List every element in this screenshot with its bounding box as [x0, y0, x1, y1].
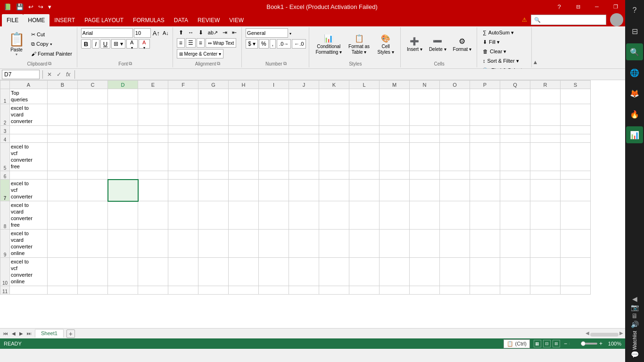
col-header-k[interactable]: K	[319, 81, 349, 89]
cell-A6[interactable]	[10, 171, 48, 180]
zoom-level[interactable]: 100%	[604, 341, 621, 346]
cell-Q9[interactable]	[500, 230, 530, 258]
help-icon[interactable]: ?	[550, 0, 569, 13]
cell-G11[interactable]	[198, 286, 229, 295]
align-right-button[interactable]: ≡	[197, 38, 205, 48]
cell-S6[interactable]	[561, 171, 591, 180]
cell-M7[interactable]	[380, 180, 410, 201]
fill-color-button[interactable]: A ▾	[126, 39, 138, 49]
font-size-input[interactable]	[134, 28, 151, 38]
cell-P9[interactable]	[470, 230, 500, 258]
row-header-4[interactable]: 4	[0, 134, 10, 143]
cell-I4[interactable]	[259, 134, 289, 143]
cell-Q7[interactable]	[500, 180, 530, 201]
horizontal-scrollbar[interactable]: ◀ ▶	[586, 330, 623, 337]
increase-indent-button[interactable]: ⇥	[221, 28, 229, 37]
cell-P4[interactable]	[470, 134, 500, 143]
cell-E4[interactable]	[138, 134, 168, 143]
cell-N11[interactable]	[410, 286, 440, 295]
col-header-q[interactable]: Q	[500, 81, 530, 89]
row-header-6[interactable]: 6	[0, 171, 10, 180]
cell-E8[interactable]	[138, 201, 168, 230]
cell-E10[interactable]	[138, 258, 168, 286]
cell-N4[interactable]	[410, 134, 440, 143]
cell-R5[interactable]	[530, 143, 561, 171]
col-header-g[interactable]: G	[198, 81, 229, 89]
cell-N6[interactable]	[410, 171, 440, 180]
font-expand-icon[interactable]: ⧉	[129, 61, 132, 66]
cell-F2[interactable]	[168, 104, 198, 126]
tab-file[interactable]: FILE	[2, 14, 23, 26]
cell-E7[interactable]	[138, 180, 168, 201]
cell-J10[interactable]	[289, 258, 319, 286]
cell-P11[interactable]	[470, 286, 500, 295]
cell-L4[interactable]	[349, 134, 380, 143]
border-button[interactable]: ⊞ ▾	[111, 39, 125, 49]
quick-access-toolbar[interactable]: 📗 💾 ↩ ↪ ▾	[0, 0, 53, 13]
cell-C7[interactable]	[78, 180, 108, 201]
cell-O7[interactable]	[440, 180, 470, 201]
cell-M8[interactable]	[380, 201, 410, 230]
cell-P2[interactable]	[470, 104, 500, 126]
clear-button[interactable]: 🗑 Clear ▾	[481, 47, 528, 56]
cell-H3[interactable]	[229, 126, 259, 134]
decrease-font-button[interactable]: A↓	[162, 30, 170, 36]
cell-H10[interactable]	[229, 258, 259, 286]
col-header-o[interactable]: O	[440, 81, 470, 89]
cell-B7[interactable]	[48, 180, 78, 201]
cell-S9[interactable]	[561, 230, 591, 258]
cell-Q8[interactable]	[500, 201, 530, 230]
sheet-nav-last[interactable]: ⏭	[25, 330, 33, 337]
cell-F1[interactable]	[168, 89, 198, 104]
cell-B6[interactable]	[48, 171, 78, 180]
cell-O1[interactable]	[440, 89, 470, 104]
align-bottom-button[interactable]: ⬇	[197, 28, 205, 37]
cell-I1[interactable]	[259, 89, 289, 104]
cell-M10[interactable]	[380, 258, 410, 286]
cell-D10[interactable]	[108, 258, 138, 286]
row-header-10[interactable]: 10	[0, 258, 10, 286]
cell-F4[interactable]	[168, 134, 198, 143]
sidebar-restore-icon[interactable]: ⊟	[626, 23, 643, 40]
zoom-slider[interactable]	[569, 343, 597, 345]
cell-M3[interactable]	[380, 126, 410, 134]
cell-J2[interactable]	[289, 104, 319, 126]
cell-Q1[interactable]	[500, 89, 530, 104]
cell-K1[interactable]	[319, 89, 349, 104]
cell-M2[interactable]	[380, 104, 410, 126]
tab-data[interactable]: DATA	[169, 14, 193, 26]
clipboard-expand-icon[interactable]: ⧉	[48, 61, 51, 66]
cell-P1[interactable]	[470, 89, 500, 104]
cell-E3[interactable]	[138, 126, 168, 134]
percent-button[interactable]: %	[259, 39, 269, 49]
row-header-5[interactable]: 5	[0, 143, 10, 171]
cell-O11[interactable]	[440, 286, 470, 295]
cell-L2[interactable]	[349, 104, 380, 126]
cell-Q4[interactable]	[500, 134, 530, 143]
col-header-r[interactable]: R	[530, 81, 561, 89]
zoom-thumb[interactable]	[581, 341, 586, 346]
sidebar-firefox-icon[interactable]: 🦊	[626, 85, 643, 102]
cell-J5[interactable]	[289, 143, 319, 171]
cell-S11[interactable]	[561, 286, 591, 295]
cell-N10[interactable]	[410, 258, 440, 286]
cell-G7[interactable]	[198, 180, 229, 201]
cell-A4[interactable]	[10, 134, 48, 143]
maximize-btn[interactable]: ❐	[606, 0, 625, 13]
cell-A2[interactable]: excel to vcard converter	[10, 104, 48, 126]
cell-D3[interactable]	[108, 126, 138, 134]
cell-D9[interactable]	[108, 230, 138, 258]
bold-button[interactable]: B	[81, 39, 91, 49]
delete-button[interactable]: ➖ Delete ▾	[427, 30, 449, 58]
minimize-btn[interactable]: ─	[587, 0, 606, 13]
increase-font-button[interactable]: A↑	[152, 30, 161, 37]
cell-M4[interactable]	[380, 134, 410, 143]
cell-R6[interactable]	[530, 171, 561, 180]
cell-A1[interactable]: Top queries	[10, 89, 48, 104]
cell-F5[interactable]	[168, 143, 198, 171]
cell-J7[interactable]	[289, 180, 319, 201]
cell-O8[interactable]	[440, 201, 470, 230]
number-expand-icon[interactable]: ⧉	[283, 61, 287, 66]
cell-I7[interactable]	[259, 180, 289, 201]
cell-B11[interactable]	[48, 286, 78, 295]
